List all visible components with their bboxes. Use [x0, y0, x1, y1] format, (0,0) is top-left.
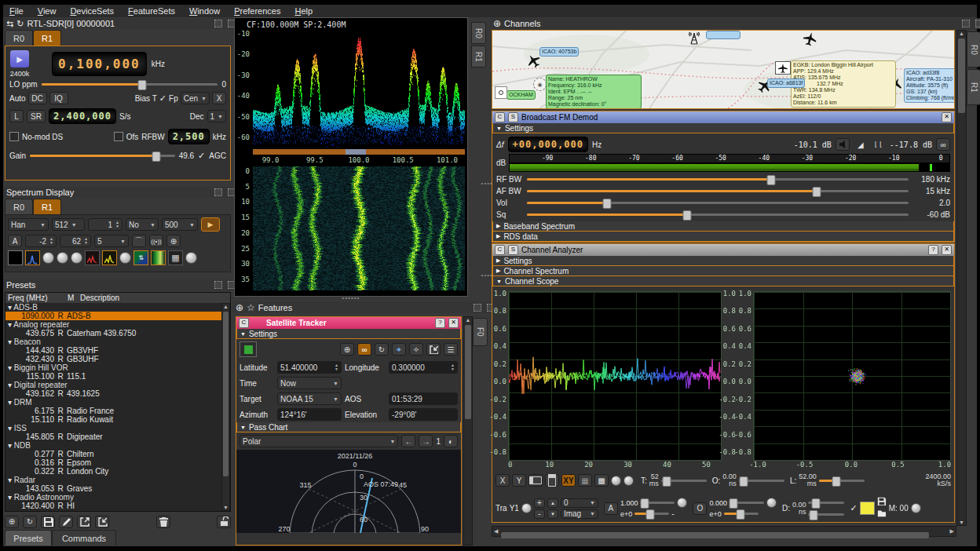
audio-mute-icon[interactable]	[836, 138, 850, 151]
sat-edit-icon[interactable]	[426, 343, 441, 356]
menu-view[interactable]: View	[38, 6, 57, 16]
vol-slider[interactable]	[527, 198, 909, 208]
menu-window[interactable]: Window	[189, 6, 220, 16]
offset-slider[interactable]	[739, 476, 784, 486]
right-tab-r1[interactable]: R1	[967, 69, 980, 105]
preset-save-button[interactable]	[41, 516, 55, 528]
preset-row[interactable]: 439.675RCaterham 439.6750	[5, 329, 223, 338]
preset-group-row[interactable]: ▾ Beacon	[5, 338, 223, 346]
preset-row[interactable]: 1090.000RADS-B	[5, 312, 223, 320]
target-dropdown[interactable]: NOAA 15▼	[277, 392, 342, 405]
baseband-spectrum-rollup[interactable]: ▶Baseband Spectrum	[492, 221, 954, 232]
trace-add-button[interactable]: +	[534, 498, 545, 508]
spectrum-tab-r0[interactable]: R0	[5, 199, 33, 214]
tab-presets[interactable]: Presets	[5, 530, 52, 546]
audio-link-icon[interactable]: ∞	[936, 138, 950, 151]
delay-fine-slider[interactable]	[808, 509, 844, 520]
satellite-tracker-titlebar[interactable]: C Satellite Tracker ? ✕	[236, 317, 461, 329]
trace-down-button[interactable]: ▼	[547, 509, 558, 519]
next-pass-button[interactable]: →	[419, 435, 433, 447]
preset-row[interactable]: 143.053RGraves	[5, 484, 223, 493]
annotation-button[interactable]: A	[8, 235, 22, 247]
afbw-slider[interactable]	[527, 186, 909, 196]
preset-import-button[interactable]	[95, 516, 109, 528]
no-mod-checkbox[interactable]	[9, 132, 19, 141]
scope-vsplit-icon[interactable]	[545, 474, 559, 487]
samplerate-dial[interactable]: 2,400,000	[49, 108, 116, 124]
ofs-checkbox[interactable]	[114, 132, 123, 141]
icao-chip-1[interactable]: ICAO: 40753b	[539, 47, 579, 57]
airport-icon[interactable]	[775, 61, 791, 75]
preset-row[interactable]: 6.175RRadio France	[5, 407, 223, 415]
current-spectrum-icon[interactable]	[102, 250, 117, 265]
ofs-exp-slider[interactable]	[724, 509, 759, 519]
grid-intensity-knob[interactable]	[185, 252, 197, 264]
ofs-fine-knob[interactable]	[766, 498, 777, 508]
scope-xy-button[interactable]: XY	[561, 474, 576, 487]
channel-analyzer-titlebar[interactable]: C S Channel Analyzer ? ✕	[492, 244, 954, 256]
scope-hsplit-icon[interactable]	[528, 474, 543, 487]
an-channel-button[interactable]: C	[495, 245, 505, 255]
dc-button[interactable]: DC	[28, 92, 47, 104]
range-spinner[interactable]: 62▲▼	[60, 235, 91, 247]
sat-start-button[interactable]	[240, 341, 257, 357]
feature-presets-icon[interactable]: ☆	[247, 302, 255, 313]
preset-row[interactable]: 145.805RDigipeater	[5, 432, 223, 441]
channels-scrollbar[interactable]: ▲ ▼	[956, 30, 967, 526]
menu-devicesets[interactable]: DeviceSets	[70, 6, 114, 16]
channel-freq-dial[interactable]: +00,000,000	[508, 137, 588, 152]
egkb-info-box[interactable]: EGKB: London Biggin Hill Airport APP: 12…	[791, 60, 896, 108]
preset-group-row[interactable]: ▾ Biggin Hill VOR	[5, 363, 223, 372]
preset-group-row[interactable]: ▾ ISS	[5, 424, 223, 432]
device-tab-r1[interactable]: R1	[33, 30, 61, 46]
fm-demod-titlebar[interactable]: C S Broadcast FM Demod ✕	[492, 111, 954, 123]
features-tab-f0[interactable]: F0	[473, 318, 488, 346]
sat-settings-rollup[interactable]: ▼Settings	[236, 329, 461, 339]
preset-row[interactable]: 15.110RRadio Kuwait	[5, 415, 223, 424]
preset-group-row[interactable]: ▾ ADS-B	[5, 303, 223, 312]
preset-row[interactable]: 0.277RChiltern	[5, 450, 223, 458]
preset-row[interactable]: 1420.400RHI	[5, 502, 223, 510]
iq-button[interactable]: IQ	[49, 92, 68, 104]
trace-select-knob[interactable]	[521, 503, 532, 513]
preset-export-button[interactable]	[77, 516, 91, 528]
sat-autoupdate-icon[interactable]: ↻	[375, 343, 389, 356]
icao-chip-2[interactable]: ICAO: a6813f	[767, 78, 805, 88]
menu-featuresets[interactable]: FeatureSets	[128, 6, 175, 16]
col-m[interactable]: M	[68, 294, 80, 302]
waterfall-position-icon[interactable]: ⇅	[133, 250, 148, 265]
preset-row[interactable]: 144.430RGB3VHF	[5, 346, 223, 355]
calibration-icon[interactable]: ((•))	[149, 235, 163, 247]
rfbw-slider[interactable]	[527, 174, 909, 184]
transparency-knob[interactable]	[119, 252, 131, 264]
lowrate-button[interactable]: L	[9, 110, 24, 122]
sq-slider[interactable]	[527, 210, 909, 220]
preset-row[interactable]: 432.430RGB3UHF	[5, 355, 223, 363]
ofs-button[interactable]: O	[693, 502, 707, 515]
waterfall-plot[interactable]	[253, 166, 465, 290]
device-tab-r0[interactable]: R0	[5, 30, 33, 46]
ndb-compass-icon[interactable]: ◉	[533, 78, 547, 91]
spectrum-plot[interactable]	[253, 33, 465, 148]
an-spectrum-rollup[interactable]: ▶Channel Spectrum	[492, 266, 954, 276]
spectrum-tab-r1[interactable]: R1	[33, 199, 61, 214]
chart-type-dropdown[interactable]: Polar▼	[240, 435, 398, 447]
amp-exp-slider[interactable]	[634, 509, 669, 519]
grid-dark-icon[interactable]: ▩	[594, 474, 609, 487]
sat-satellite-icon[interactable]: ✧	[409, 343, 423, 356]
frequency-dial[interactable]: 0,100,000	[52, 52, 147, 76]
sat-target-icon[interactable]: ⊕	[340, 343, 354, 356]
presets-scrollbar[interactable]: ▲ ▼	[221, 303, 230, 511]
presets-shrink-icon[interactable]	[214, 281, 222, 289]
scope-x-only-button[interactable]: X	[495, 474, 510, 487]
grid-intensity-knob[interactable]	[611, 476, 621, 486]
map-chip[interactable]	[706, 31, 740, 39]
trace-up-button[interactable]: ▲	[547, 498, 558, 508]
aircraft-info-box[interactable]: ICAO: ad33f8 Aircraft: PA-31-310 Altitud…	[904, 68, 955, 103]
pass-chart-rollup[interactable]: ▼Pass Chart	[236, 422, 461, 432]
preset-delete-button[interactable]	[156, 516, 170, 528]
fft-window-dropdown[interactable]: Han▼	[8, 218, 49, 231]
grid-light-icon[interactable]: ▦	[578, 474, 592, 487]
col-description[interactable]: Description	[80, 294, 119, 302]
gain-slider[interactable]	[30, 151, 175, 161]
